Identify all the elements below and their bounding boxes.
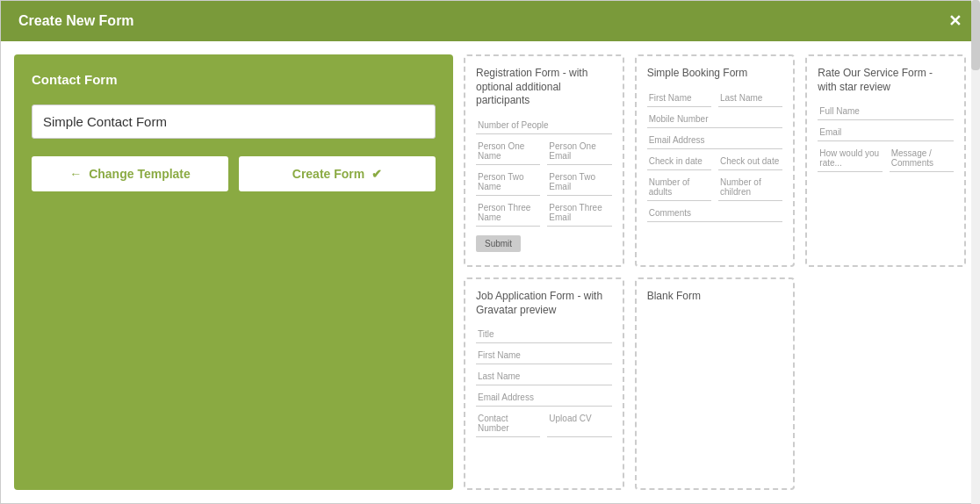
mock-field: Title bbox=[476, 326, 612, 343]
arrow-icon: ← bbox=[69, 167, 82, 181]
modal-title: Create New Form bbox=[18, 13, 134, 29]
modal-body: Contact Form ← Change Template Create Fo… bbox=[1, 41, 979, 503]
mock-field: Email Address bbox=[476, 389, 612, 407]
templates-grid: Registration Form - with optional additi… bbox=[464, 54, 966, 490]
create-form-label: Create Form bbox=[292, 167, 364, 181]
contact-form-panel: Contact Form ← Change Template Create Fo… bbox=[14, 54, 453, 490]
mock-field-row: Contact Number Upload CV bbox=[476, 410, 612, 437]
template-card-blank[interactable]: Blank Form bbox=[635, 277, 796, 490]
template-card-booking[interactable]: Simple Booking Form First Name Last Name… bbox=[635, 54, 796, 267]
close-button[interactable]: ✕ bbox=[948, 11, 962, 31]
change-template-label: Change Template bbox=[89, 167, 191, 181]
template-title: Registration Form - with optional additi… bbox=[476, 67, 612, 108]
mock-field: Comments bbox=[647, 205, 783, 222]
mock-submit-button[interactable]: Submit bbox=[476, 235, 521, 252]
mock-field: Person Two Email bbox=[547, 169, 611, 196]
template-title: Job Application Form - with Gravatar pre… bbox=[476, 290, 612, 317]
mock-field: Full Name bbox=[818, 103, 954, 120]
template-title: Blank Form bbox=[647, 290, 783, 304]
mock-field: Number of People bbox=[476, 117, 612, 134]
template-title: Simple Booking Form bbox=[647, 67, 783, 81]
modal-header: Create New Form ✕ bbox=[1, 1, 979, 41]
mock-field: First Name bbox=[647, 90, 711, 107]
scrollbar-thumb[interactable] bbox=[971, 0, 980, 70]
mock-field: Number of adults bbox=[647, 174, 711, 201]
panel-title: Contact Form bbox=[32, 72, 436, 87]
mock-field-row: First Name Last Name bbox=[647, 90, 783, 107]
mock-field-row: Person One Name Person One Email bbox=[476, 138, 612, 165]
mock-field-row: Person Two Name Person Two Email bbox=[476, 169, 612, 196]
change-template-button[interactable]: ← Change Template bbox=[32, 156, 228, 191]
mock-field-row: How would you rate... Message / Comments bbox=[818, 145, 954, 172]
mock-field: Message / Comments bbox=[890, 145, 954, 172]
mock-field: Person Three Email bbox=[547, 199, 611, 227]
template-card-rate-service[interactable]: Rate Our Service Form - with star review… bbox=[805, 54, 966, 267]
mock-field: Upload CV bbox=[547, 410, 611, 437]
mock-field: Number of children bbox=[718, 174, 782, 201]
scrollbar[interactable] bbox=[971, 0, 980, 504]
mock-field bbox=[818, 176, 954, 192]
mock-field-row: Number of adults Number of children bbox=[647, 174, 783, 201]
mock-field: Last Name bbox=[476, 368, 612, 385]
mock-field: Check in date bbox=[647, 153, 711, 170]
mock-field: Last Name bbox=[718, 90, 782, 107]
mock-field-row: Person Three Name Person Three Email bbox=[476, 199, 612, 227]
create-form-button[interactable]: Create Form ✔ bbox=[239, 156, 436, 191]
mock-field: Mobile Number bbox=[647, 111, 783, 128]
mock-field: Check out date bbox=[718, 153, 782, 170]
mock-field: Person Two Name bbox=[476, 169, 540, 196]
template-card-registration[interactable]: Registration Form - with optional additi… bbox=[464, 54, 624, 267]
template-title: Rate Our Service Form - with star review bbox=[818, 67, 954, 94]
mock-field: Person One Name bbox=[476, 138, 540, 165]
mock-field: Email Address bbox=[647, 132, 783, 149]
mock-field: First Name bbox=[476, 347, 612, 364]
template-card-job-application[interactable]: Job Application Form - with Gravatar pre… bbox=[464, 277, 624, 490]
mock-field: Email bbox=[818, 124, 954, 141]
form-name-input[interactable] bbox=[32, 104, 436, 139]
check-icon: ✔ bbox=[371, 167, 382, 181]
button-row: ← Change Template Create Form ✔ bbox=[32, 156, 436, 191]
mock-field: How would you rate... bbox=[818, 145, 882, 172]
mock-field-row: Check in date Check out date bbox=[647, 153, 783, 170]
mock-field: Person Three Name bbox=[476, 199, 540, 227]
mock-field: Contact Number bbox=[476, 410, 540, 437]
mock-field: Person One Email bbox=[547, 138, 611, 165]
